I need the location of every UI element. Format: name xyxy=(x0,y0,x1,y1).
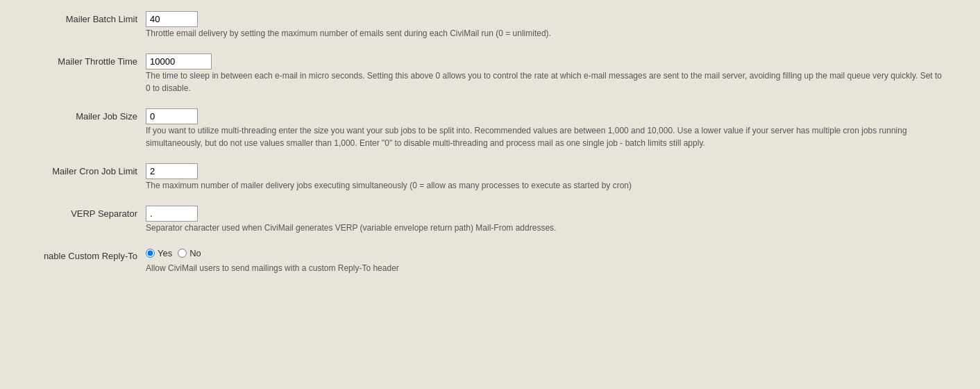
content-mailer-cron-job-limit: The maximum number of mailer delivery jo… xyxy=(146,159,980,201)
yes-text: Yes xyxy=(158,248,172,258)
desc-mailer-cron-job-limit: The maximum number of mailer delivery jo… xyxy=(146,179,944,192)
settings-row-mailer-throttle-time: Mailer Throttle TimeThe time to sleep in… xyxy=(0,49,980,104)
settings-row-mailer-cron-job-limit: Mailer Cron Job LimitThe maximum number … xyxy=(0,159,980,201)
desc-mailer-job-size: If you want to utilize multi-threading e… xyxy=(146,124,944,149)
radio-yes-reply-to[interactable] xyxy=(146,249,155,258)
desc-mailer-batch-limit: Throttle email delivery by setting the m… xyxy=(146,27,944,40)
label-custom-reply-to: nable Custom Reply-To xyxy=(0,244,146,284)
content-mailer-throttle-time: The time to sleep in between each e-mail… xyxy=(146,49,980,104)
settings-table: Mailer Batch LimitThrottle email deliver… xyxy=(0,7,980,284)
label-mailer-job-size: Mailer Job Size xyxy=(0,104,146,159)
input-mailer-job-size[interactable] xyxy=(146,108,198,124)
content-custom-reply-to: Yes NoAllow CiviMail users to send maili… xyxy=(146,244,980,284)
label-yes-reply-to[interactable]: Yes xyxy=(146,248,172,258)
settings-row-mailer-job-size: Mailer Job SizeIf you want to utilize mu… xyxy=(0,104,980,159)
label-mailer-throttle-time: Mailer Throttle Time xyxy=(0,49,146,104)
label-mailer-batch-limit: Mailer Batch Limit xyxy=(0,7,146,49)
settings-row-verp-separator: VERP SeparatorSeparator character used w… xyxy=(0,201,980,244)
content-mailer-batch-limit: Throttle email delivery by setting the m… xyxy=(146,7,980,49)
content-verp-separator: Separator character used when CiviMail g… xyxy=(146,201,980,244)
desc-mailer-throttle-time: The time to sleep in between each e-mail… xyxy=(146,69,944,94)
desc-custom-reply-to: Allow CiviMail users to send mailings wi… xyxy=(146,262,944,274)
label-verp-separator: VERP Separator xyxy=(0,201,146,244)
label-no-reply-to[interactable]: No xyxy=(178,248,201,258)
radio-no-reply-to[interactable] xyxy=(178,249,187,258)
radio-group-reply-to: Yes No xyxy=(146,248,973,258)
label-mailer-cron-job-limit: Mailer Cron Job Limit xyxy=(0,159,146,201)
input-mailer-cron-job-limit[interactable] xyxy=(146,163,198,179)
settings-row-custom-reply-to: nable Custom Reply-To Yes NoAllow CiviMa… xyxy=(0,244,980,284)
content-mailer-job-size: If you want to utilize multi-threading e… xyxy=(146,104,980,159)
no-text: No xyxy=(189,248,201,258)
input-verp-separator[interactable] xyxy=(146,206,198,222)
input-mailer-throttle-time[interactable] xyxy=(146,53,212,69)
desc-verp-separator: Separator character used when CiviMail g… xyxy=(146,222,944,234)
input-mailer-batch-limit[interactable] xyxy=(146,11,198,27)
settings-row-mailer-batch-limit: Mailer Batch LimitThrottle email deliver… xyxy=(0,7,980,49)
